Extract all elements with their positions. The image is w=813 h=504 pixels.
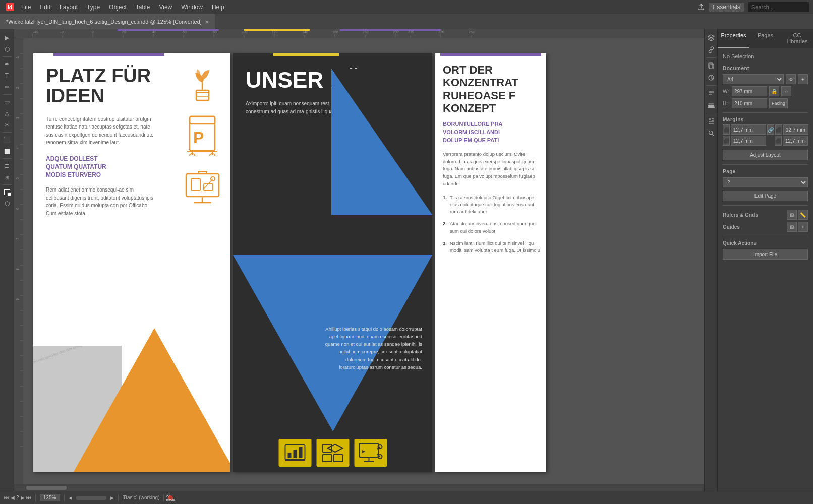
menu-layout[interactable]: Layout [55,3,82,12]
svg-text:120: 120 [272,30,278,34]
color-panel-icon[interactable] [706,72,717,83]
menu-left: Id File Edit Layout Type Object Table Vi… [4,1,228,13]
height-input[interactable] [732,98,767,108]
find-replace-icon[interactable] [706,128,717,139]
paragraph-panel-icon[interactable] [706,88,717,99]
doc-settings-icon[interactable]: ⚙ [786,74,796,84]
gradient-tool[interactable]: ⬛ [2,134,13,145]
preview-tool[interactable]: ⬡ [2,198,13,209]
document-tab[interactable]: *WickelfalzFlyer_DIN_lang_hoch_6 seitig_… [0,14,215,29]
scroll-left-btn[interactable]: ◀ [69,495,72,500]
icon-monitor: ▶ [354,439,387,467]
svg-rect-79 [190,116,215,124]
margin-link-icon[interactable]: 🔗 [767,124,774,135]
first-page-btn[interactable]: ⏮ [4,495,9,500]
page1-bottom: Hier dein Bild einfügen Hier dein Bild e… [33,328,230,472]
menu-window[interactable]: Window [177,3,207,12]
view-mode-tool[interactable]: ☰ [2,160,13,171]
tab-close-button[interactable]: ✕ [205,19,209,25]
page-3: ORT DERKONZENTRATRUHEOASE FKONZEPT BORUN… [435,53,546,472]
canvas-scroll-area[interactable]: PLATZ FÜR IDEEN Turre conecefgr itatem e… [23,38,704,484]
import-file-button[interactable]: Import File [723,249,808,260]
layers-icon[interactable] [706,32,717,43]
svg-text:5: 5 [16,177,19,179]
guides-settings-icon[interactable]: ⊞ [787,222,797,232]
width-input[interactable] [732,86,767,96]
errors-area[interactable]: 27 errors [168,495,173,500]
document-preset-select[interactable]: A4 A3 Letter [723,74,784,84]
svg-text:3: 3 [16,117,19,119]
margin-left-input[interactable] [783,136,808,146]
facing-checkbox[interactable]: Facing [769,98,788,108]
shape-tool[interactable]: △ [2,108,13,119]
icon-presentation [182,167,222,210]
h-scroll-thumb[interactable] [26,486,67,490]
color-tool[interactable]: ⬜ [2,146,13,157]
menu-help[interactable]: Help [208,3,228,12]
text-wrap-icon[interactable] [706,115,717,127]
menu-object[interactable]: Object [105,3,131,12]
last-page-btn[interactable]: ⏭ [26,495,31,500]
h-scroll-indicator[interactable] [76,496,106,500]
style-indicator: [Basic] (working) [123,495,160,500]
right-icons-strip [704,29,717,491]
page-number-select[interactable]: 2 1 3 [723,177,808,187]
new-doc-icon[interactable]: + [798,74,808,84]
search-input[interactable] [748,2,809,12]
adjust-layout-button[interactable]: Adjust Layout [723,150,808,160]
h-scrollbar[interactable] [14,484,704,491]
current-page: 2 [16,495,19,500]
menu-type[interactable]: Type [83,3,104,12]
error-count: 27 errors [166,494,175,501]
toolbar-divider-1 [3,56,12,57]
width-flip-icon[interactable]: ↔ [781,86,791,96]
scissors-tool[interactable]: ✂ [2,119,13,131]
select-tool[interactable]: ▶ [2,32,13,43]
zoom-input[interactable] [40,494,60,501]
fill-stroke-tool[interactable] [2,186,13,198]
rect-frame-tool[interactable]: ▭ [2,96,13,107]
height-row: H: Facing [723,98,808,108]
list-text-1: Tiis raenus doluptio Ofgehfictu ribusape… [450,194,540,216]
rulers-icon[interactable]: 📏 [798,210,808,220]
app-icon[interactable]: Id [4,1,16,13]
grid-icon[interactable]: ⊞ [787,210,797,220]
svg-text:P: P [193,129,204,147]
margin-bottom-input[interactable] [731,136,766,146]
properties-tab[interactable]: Properties [718,29,749,48]
cc-libraries-tab[interactable]: CC Libraries [781,29,813,48]
scroll-right-btn[interactable]: ▶ [110,495,114,500]
divider-3 [723,205,808,206]
width-lock-icon[interactable]: 🔒 [769,86,779,96]
share-button[interactable] [698,4,705,11]
menu-view[interactable]: View [155,3,176,12]
menu-edit[interactable]: Edit [36,3,54,12]
margin-top-input[interactable] [731,124,766,135]
pencil-tool[interactable]: ✏ [2,82,13,93]
pages-panel-icon[interactable] [706,60,717,71]
svg-rect-35 [118,29,219,31]
prev-page-btn[interactable]: ◀ [11,495,15,500]
next-page-btn[interactable]: ▶ [21,495,25,500]
svg-rect-97 [287,453,291,458]
margin-right-input[interactable] [783,124,808,135]
menu-table[interactable]: Table [132,3,154,12]
guides-add-icon[interactable]: + [798,222,808,232]
page2-bottom-text: Ahillupt iberias sitaqui dolo eosam dolo… [321,325,422,371]
direct-select-tool[interactable]: ⬡ [2,44,13,55]
svg-text:8: 8 [16,268,19,270]
list-num-1: 1. [443,194,447,216]
guides-row: Guides ⊞ + [723,222,808,232]
links-icon[interactable] [706,44,717,55]
pen-tool[interactable]: ✒ [2,58,13,70]
icon-parking: P [184,113,221,158]
pages-tab[interactable]: Pages [749,29,781,48]
stroke-panel-icon[interactable] [706,100,717,111]
type-tool[interactable]: T [2,70,13,81]
edit-page-button[interactable]: Edit Page [723,191,808,201]
list-item-3: 3. Nscim lant. Tium ilict qui te nisinve… [443,240,540,255]
grid-view-tool[interactable]: ⊞ [2,172,13,183]
essentials-button[interactable]: Essentials [709,3,744,12]
menu-file[interactable]: File [17,3,35,12]
status-separator-4 [163,494,164,501]
